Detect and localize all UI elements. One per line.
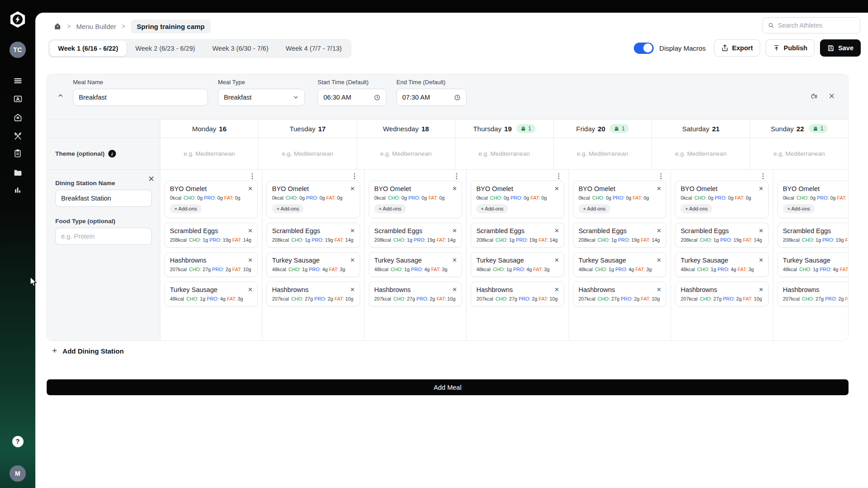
day-menu-kebab-icon[interactable]: ⋮ xyxy=(369,172,462,181)
day-menu-kebab-icon[interactable]: ⋮ xyxy=(266,172,360,181)
info-icon[interactable]: i xyxy=(108,150,116,158)
add-ons-chip[interactable]: + Add-ons xyxy=(272,204,304,213)
remove-food-icon[interactable]: × xyxy=(350,287,355,293)
kcal-value: 0kcal xyxy=(783,195,794,201)
theme-input[interactable] xyxy=(559,150,646,157)
day-menu-kebab-icon[interactable]: ⋮ xyxy=(471,172,564,181)
sidebar-item-athletes[interactable] xyxy=(9,90,27,108)
display-macros-toggle[interactable] xyxy=(634,43,654,54)
pro-label: PRO: xyxy=(720,237,732,243)
theme-input[interactable] xyxy=(460,150,548,157)
theme-input[interactable] xyxy=(362,150,450,157)
user-avatar-bottom[interactable]: M xyxy=(9,464,27,483)
export-button[interactable]: Export xyxy=(714,39,760,57)
sidebar-item-reports[interactable] xyxy=(9,181,27,199)
remove-food-icon[interactable]: × xyxy=(555,257,559,263)
sidebar-item-menu-builder[interactable] xyxy=(9,144,27,163)
tab-week-3[interactable]: Week 3 (6/30 - 7/6) xyxy=(204,41,277,56)
meal-header-actions xyxy=(810,92,835,100)
tab-week-4[interactable]: Week 4 (7/7 - 7/13) xyxy=(278,41,350,56)
add-ons-chip[interactable]: + Add-ons xyxy=(170,204,202,213)
meal-type-select[interactable]: Breakfast xyxy=(218,89,305,106)
add-ons-chip[interactable]: + Add-ons xyxy=(680,204,712,213)
search-input[interactable] xyxy=(778,22,855,29)
cho-label: CHO: xyxy=(183,195,196,201)
cho-value: 0g xyxy=(299,195,305,201)
remove-food-icon[interactable]: × xyxy=(656,257,661,263)
remove-food-icon[interactable]: × xyxy=(759,186,763,192)
food-card-top: Scrambled Eggs× xyxy=(579,227,661,234)
remove-food-icon[interactable]: × xyxy=(453,257,457,263)
remove-food-icon[interactable]: × xyxy=(656,228,661,234)
remove-food-icon[interactable]: × xyxy=(453,228,457,234)
fat-label: FAT: xyxy=(837,195,847,201)
sidebar-item-files[interactable] xyxy=(9,163,27,182)
day-menu-kebab-icon[interactable]: ⋮ xyxy=(675,172,768,181)
search-athletes[interactable] xyxy=(762,17,860,33)
copy-meal-icon[interactable] xyxy=(810,92,818,100)
meal-name-input[interactable] xyxy=(79,94,202,101)
remove-food-icon[interactable]: × xyxy=(656,287,661,293)
food-item-card: Scrambled Eggs×208kcalCHO:1gPRO:19gFAT:1… xyxy=(164,223,258,248)
food-macros: 208kcalCHO:1gPRO:19gFAT:14g xyxy=(680,237,763,243)
pro-value: 19g xyxy=(223,237,231,243)
remove-food-icon[interactable]: × xyxy=(759,257,763,263)
help-button[interactable]: ? xyxy=(9,432,27,450)
user-avatar-top[interactable]: TC xyxy=(9,41,27,59)
remove-food-icon[interactable]: × xyxy=(759,287,763,293)
add-ons-chip[interactable]: + Add-ons xyxy=(783,204,815,213)
bar-chart-icon xyxy=(13,186,22,195)
collapse-meal-button[interactable] xyxy=(57,92,64,101)
tab-week-1[interactable]: Week 1 (6/16 - 6/22) xyxy=(50,41,126,56)
day-menu-kebab-icon[interactable]: ⋮ xyxy=(164,172,258,181)
food-card-top: Turkey Sausage× xyxy=(374,257,457,264)
day-menu-kebab-icon[interactable]: ⋮ xyxy=(573,172,666,181)
remove-meal-icon[interactable] xyxy=(828,92,835,100)
remove-food-icon[interactable]: × xyxy=(555,186,559,192)
remove-food-icon[interactable]: × xyxy=(656,186,661,192)
remove-food-icon[interactable]: × xyxy=(453,186,457,192)
cho-label: CHO: xyxy=(291,296,304,301)
remove-food-icon[interactable]: × xyxy=(453,287,457,293)
save-button[interactable]: Save xyxy=(820,39,861,57)
theme-input[interactable] xyxy=(165,150,253,157)
theme-input[interactable] xyxy=(657,150,745,157)
theme-input[interactable] xyxy=(755,150,843,157)
fat-value: 3g xyxy=(748,267,754,272)
remove-food-icon[interactable]: × xyxy=(248,228,253,234)
remove-food-icon[interactable]: × xyxy=(248,257,253,263)
sidebar-item-kitchen[interactable] xyxy=(9,108,27,126)
tab-week-2[interactable]: Week 2 (6/23 - 6/29) xyxy=(127,41,203,56)
add-ons-chip[interactable]: + Add-ons xyxy=(579,204,610,213)
remove-food-icon[interactable]: × xyxy=(350,257,355,263)
app-logo[interactable] xyxy=(9,10,27,29)
fat-value: 14g xyxy=(447,237,455,243)
publish-button[interactable]: Publish xyxy=(766,39,815,57)
add-ons-chip[interactable]: + Add-ons xyxy=(476,204,508,213)
remove-food-icon[interactable]: × xyxy=(350,228,355,234)
sidebar-item-menu[interactable] xyxy=(9,72,27,90)
food-macros: 48kcalCHO:1gPRO:4gFAT:3g xyxy=(272,267,354,272)
sidebar-item-dining[interactable] xyxy=(9,127,27,145)
day-menu-kebab-icon[interactable]: ⋮ xyxy=(777,172,849,181)
remove-food-icon[interactable]: × xyxy=(759,228,763,234)
breadcrumb-menu-builder[interactable]: Menu Builder xyxy=(76,23,116,30)
remove-food-icon[interactable]: × xyxy=(350,186,355,192)
food-type-input[interactable] xyxy=(55,228,152,245)
station-name-input[interactable] xyxy=(55,190,152,207)
pro-value: 2g xyxy=(532,296,537,301)
remove-food-icon[interactable]: × xyxy=(555,287,559,293)
remove-station-icon[interactable]: ✕ xyxy=(148,174,154,184)
add-ons-chip[interactable]: + Add-ons xyxy=(374,204,406,213)
add-dining-station-button[interactable]: + Add Dining Station xyxy=(52,346,124,356)
start-time-input[interactable]: 06:30 AM xyxy=(318,89,386,106)
add-meal-button[interactable]: Add Meal xyxy=(47,379,849,395)
theme-input[interactable] xyxy=(264,150,352,157)
pro-label: PRO: xyxy=(414,237,425,243)
remove-food-icon[interactable]: × xyxy=(248,287,253,293)
end-time-input[interactable]: 07:30 AM xyxy=(396,89,467,106)
remove-food-icon[interactable]: × xyxy=(555,228,559,234)
theme-label: Theme (optional) xyxy=(55,150,105,157)
home-icon[interactable] xyxy=(53,22,62,30)
remove-food-icon[interactable]: × xyxy=(248,186,253,192)
